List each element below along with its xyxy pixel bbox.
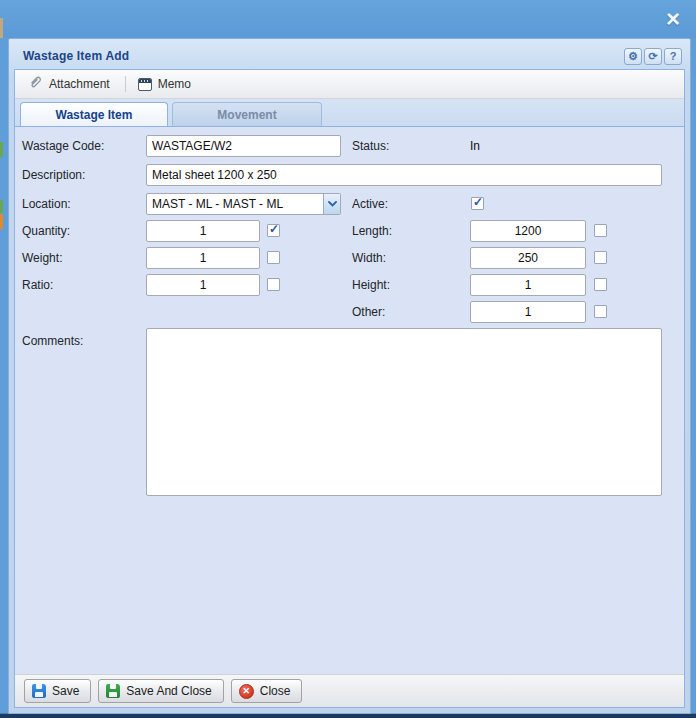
close-button[interactable]: ✕ Close — [231, 679, 303, 703]
length-input[interactable] — [470, 220, 586, 242]
tab-wastage-item[interactable]: Wastage Item — [20, 102, 168, 126]
weight-checkbox[interactable] — [267, 251, 280, 264]
length-label: Length: — [352, 224, 392, 238]
ratio-checkbox[interactable] — [267, 278, 280, 291]
dialog-toolbar: Attachment Memo — [15, 70, 684, 99]
description-label: Description: — [22, 168, 85, 182]
memo-label: Memo — [158, 77, 191, 91]
comments-textarea[interactable] — [146, 328, 662, 496]
dialog-header[interactable]: Wastage Item Add ⚙ ⟳ ? — [13, 43, 686, 69]
height-label: Height: — [352, 278, 390, 292]
other-checkbox[interactable] — [594, 305, 607, 318]
wastage-code-label: Wastage Code: — [22, 139, 104, 153]
parent-window-titlebar: × — [0, 0, 696, 38]
save-label: Save — [52, 684, 79, 698]
save-icon — [32, 684, 46, 698]
save-and-close-label: Save And Close — [126, 684, 211, 698]
footer-toolbar: Save Save And Close ✕ Close — [15, 674, 684, 707]
status-value: In — [470, 139, 480, 153]
active-checkbox[interactable] — [471, 197, 484, 210]
close-label: Close — [260, 684, 291, 698]
location-label: Location: — [22, 197, 71, 211]
width-input[interactable] — [470, 247, 586, 269]
memo-button[interactable]: Memo — [133, 74, 199, 94]
width-label: Width: — [352, 251, 386, 265]
memo-icon — [138, 78, 152, 91]
quantity-input[interactable] — [146, 220, 260, 242]
attachment-label: Attachment — [49, 77, 110, 91]
chevron-down-icon[interactable] — [323, 194, 340, 214]
backdrop-fragment — [0, 142, 3, 157]
dialog-title: Wastage Item Add — [23, 49, 624, 63]
save-and-close-button[interactable]: Save And Close — [98, 679, 223, 703]
height-checkbox[interactable] — [594, 278, 607, 291]
wastage-item-form: Wastage Code: Status: In Description: Lo… — [15, 127, 684, 674]
tabstrip: Wastage Item Movement — [15, 99, 684, 127]
save-and-close-icon — [106, 684, 120, 698]
quantity-label: Quantity: — [22, 224, 70, 238]
width-checkbox[interactable] — [594, 251, 607, 264]
location-value: MAST - ML - MAST - ML — [147, 194, 323, 214]
quantity-checkbox[interactable] — [267, 224, 280, 237]
other-label: Other: — [352, 305, 385, 319]
height-input[interactable] — [470, 274, 586, 296]
other-input[interactable] — [470, 301, 586, 323]
gear-icon[interactable]: ⚙ — [624, 48, 642, 65]
toolbar-separator — [125, 76, 126, 92]
tab-movement[interactable]: Movement — [172, 102, 322, 126]
comments-label: Comments: — [22, 334, 83, 348]
status-label: Status: — [352, 139, 389, 153]
length-checkbox[interactable] — [594, 224, 607, 237]
dialog-tools: ⚙ ⟳ ? — [624, 48, 682, 65]
description-input[interactable] — [146, 164, 662, 186]
wastage-item-add-dialog: Wastage Item Add ⚙ ⟳ ? Attachment Memo — [8, 38, 691, 714]
weight-label: Weight: — [22, 251, 62, 265]
dialog-body: Attachment Memo Wastage Item Movement Wa… — [14, 69, 685, 708]
close-circle-icon: ✕ — [239, 684, 254, 699]
paperclip-icon — [28, 75, 43, 93]
window-close-icon[interactable]: × — [660, 5, 686, 33]
backdrop-fragment — [0, 200, 3, 213]
active-label: Active: — [352, 197, 388, 211]
wastage-code-input[interactable] — [146, 135, 341, 157]
weight-input[interactable] — [146, 247, 260, 269]
save-button[interactable]: Save — [24, 679, 91, 703]
backdrop-fragment — [0, 18, 3, 38]
location-combobox[interactable]: MAST - ML - MAST - ML — [146, 193, 341, 215]
refresh-icon[interactable]: ⟳ — [644, 48, 662, 65]
backdrop-fragment — [0, 214, 3, 229]
ratio-input[interactable] — [146, 274, 260, 296]
help-icon[interactable]: ? — [664, 48, 682, 65]
ratio-label: Ratio: — [22, 278, 53, 292]
attachment-button[interactable]: Attachment — [23, 72, 118, 96]
